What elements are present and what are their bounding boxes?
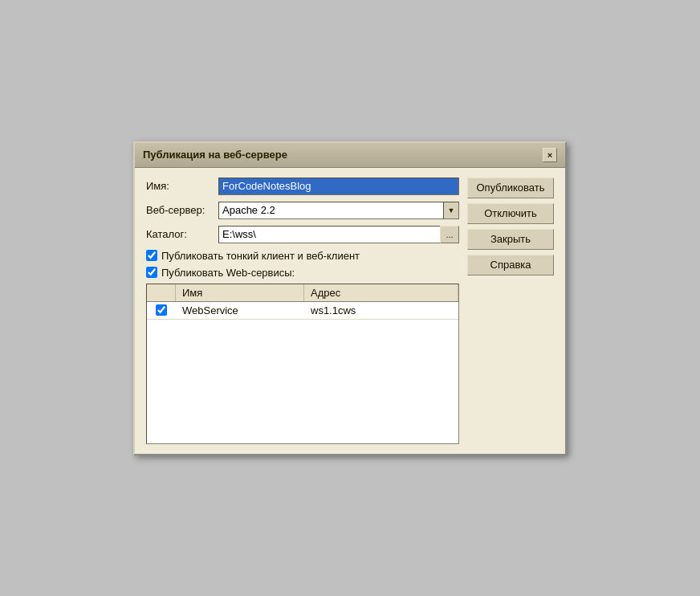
name-input[interactable] (218, 178, 459, 195)
name-label: Имя: (146, 180, 218, 192)
publish-thin-checkbox[interactable] (146, 250, 157, 261)
server-label: Веб-сервер: (146, 204, 218, 216)
publish-thin-row: Публиковать тонкий клиент и веб-клиент (146, 250, 459, 262)
col-header-checkbox (147, 284, 176, 301)
table-header: Имя Адрес (147, 284, 458, 302)
catalog-row: Каталог: ... (146, 226, 459, 243)
browse-button[interactable]: ... (440, 226, 459, 243)
col-header-address: Адрес (304, 284, 458, 301)
catalog-wrapper: ... (218, 226, 459, 243)
server-dropdown-wrapper: ▼ (218, 202, 459, 219)
row-name-cell: WebService (176, 302, 304, 319)
publish-ws-row: Публиковать Web-сервисы: (146, 267, 459, 279)
col-header-name: Имя (176, 284, 304, 301)
close-icon[interactable]: × (543, 148, 557, 162)
webservices-table: Имя Адрес WebService ws1.1cws (146, 284, 459, 444)
catalog-label: Каталог: (146, 228, 218, 240)
table-row[interactable]: WebService ws1.1cws (147, 302, 458, 320)
row-checkbox-cell (147, 302, 176, 318)
publish-button[interactable]: Опубликовать (467, 178, 554, 198)
publish-ws-checkbox[interactable] (146, 267, 157, 278)
dialog-body: Имя: Веб-сервер: ▼ Каталог: ... (135, 168, 565, 454)
publish-dialog: Публикация на веб-сервере × Имя: Веб-сер… (133, 141, 567, 455)
server-row: Веб-сервер: ▼ (146, 202, 459, 219)
dialog-title: Публикация на веб-сервере (143, 149, 287, 161)
title-bar: Публикация на веб-сервере × (135, 143, 565, 168)
row-address-cell: ws1.1cws (304, 302, 458, 319)
row-checkbox[interactable] (156, 304, 167, 316)
publish-ws-label: Публиковать Web-сервисы: (161, 267, 295, 279)
publish-thin-label: Публиковать тонкий клиент и веб-клиент (161, 250, 360, 262)
catalog-input[interactable] (218, 226, 440, 243)
left-panel: Имя: Веб-сервер: ▼ Каталог: ... (146, 178, 459, 444)
name-row: Имя: (146, 178, 459, 195)
disconnect-button[interactable]: Отключить (467, 203, 554, 224)
server-input[interactable] (218, 202, 443, 219)
right-panel: Опубликовать Отключить Закрыть Справка (467, 178, 554, 444)
help-button[interactable]: Справка (467, 255, 554, 276)
dropdown-arrow-icon[interactable]: ▼ (443, 202, 459, 219)
close-button[interactable]: Закрыть (467, 229, 554, 250)
